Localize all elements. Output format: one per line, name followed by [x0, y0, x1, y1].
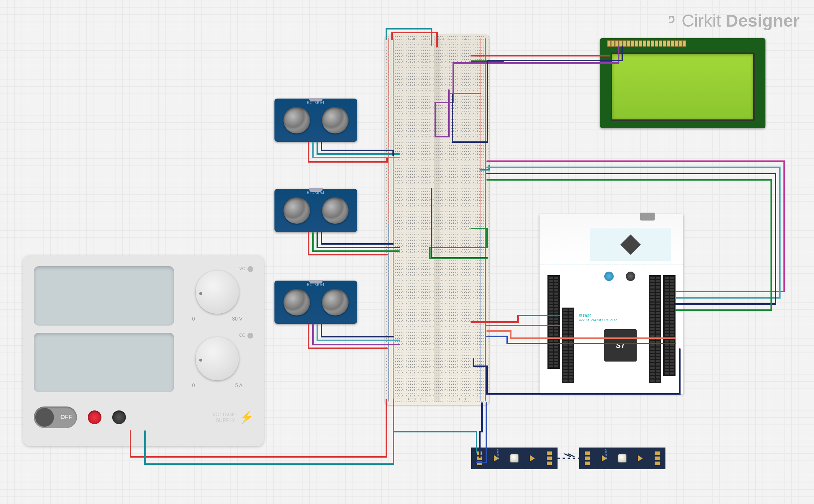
- link-icon: [664, 12, 679, 29]
- a-min: 0: [192, 382, 195, 388]
- psu-current-display: [34, 333, 174, 392]
- v-max: 30 V: [232, 316, 242, 322]
- sensor-label: HC-SR04: [307, 283, 324, 287]
- vc-label: VC: [239, 266, 245, 271]
- watermark-text: Cirkit Designer: [682, 11, 800, 31]
- header-cn7-outer[interactable]: [547, 275, 560, 369]
- vc-indicator: [247, 266, 253, 272]
- lcd-pin-header[interactable]: [607, 40, 686, 47]
- watermark: Cirkit Designer: [664, 11, 800, 31]
- nucleo-board[interactable]: ST www.st.com/stm32nucleo MB1360C: [540, 214, 683, 394]
- lcd-screen: [611, 53, 755, 121]
- usb-connector[interactable]: [640, 213, 655, 221]
- led-segment-1: WS2812B: [471, 448, 558, 469]
- transducer-rx: [322, 197, 349, 224]
- direction-arrow-icon: [530, 455, 535, 462]
- psu-power-switch[interactable]: OFF: [34, 407, 77, 428]
- ultrasonic-sensor-3[interactable]: HC-SR04: [274, 281, 357, 324]
- reset-button[interactable]: [626, 272, 635, 281]
- direction-arrow-icon: [638, 455, 643, 462]
- chip-label: WS2812B: [604, 449, 607, 460]
- v-min: 0: [192, 316, 195, 322]
- transducer-tx: [283, 107, 310, 133]
- transducer-tx: [283, 289, 310, 315]
- psu-current-knob-area: CC 05 A: [181, 333, 253, 392]
- psu-label: VOLTAGE SUPPLY ⚡: [212, 410, 253, 424]
- psu-negative-terminal[interactable]: [112, 410, 126, 424]
- psu-voltage-knob-area: VC 030 V: [181, 266, 253, 326]
- header-cn10-inner[interactable]: [649, 275, 661, 383]
- voltage-knob[interactable]: [196, 271, 239, 314]
- psu-positive-terminal[interactable]: [88, 410, 101, 424]
- cc-label: CC: [239, 333, 245, 338]
- cc-indicator: [247, 333, 253, 339]
- transducer-rx: [322, 289, 349, 315]
- breadboard[interactable]: ABCDEFGHIJ ABCDEGHIJ: [385, 34, 489, 405]
- transducer-tx: [283, 197, 310, 224]
- nucleo-url: www.st.com/stm32nucleo: [579, 319, 617, 322]
- user-button[interactable]: [604, 272, 614, 281]
- a-max: 5 A: [235, 382, 242, 388]
- st-logo: ST: [616, 341, 625, 350]
- header-cn7-inner[interactable]: [562, 308, 574, 383]
- switch-label: OFF: [60, 414, 72, 421]
- led-strip[interactable]: WS2812B WS2812B: [471, 448, 665, 469]
- nucleo-mb: MB1360C: [579, 314, 591, 318]
- led-pixel: [510, 454, 518, 462]
- ultrasonic-sensor-1[interactable]: HC-SR04: [274, 99, 357, 142]
- lcd-display[interactable]: [600, 38, 765, 128]
- ultrasonic-sensor-2[interactable]: HC-SR04: [274, 189, 357, 232]
- mcu-chip: ST: [604, 329, 637, 362]
- psu-voltage-display: [34, 266, 174, 326]
- sensor-label: HC-SR04: [307, 101, 324, 105]
- transducer-rx: [322, 107, 349, 133]
- bolt-icon: ⚡: [239, 410, 253, 424]
- header-cn10-outer[interactable]: [663, 275, 676, 376]
- led-segment-2: WS2812B: [579, 448, 665, 469]
- breadboard-right-rail: [479, 37, 487, 402]
- strip-cut-icon: [558, 458, 579, 459]
- sensor-label: HC-SR04: [307, 191, 324, 195]
- led-pixel: [618, 454, 626, 462]
- current-knob[interactable]: [196, 337, 239, 380]
- chip-label: WS2812B: [496, 449, 499, 460]
- power-supply[interactable]: VC 030 V CC 05 A OFF VOLTAGE SUPPLY ⚡: [23, 255, 264, 446]
